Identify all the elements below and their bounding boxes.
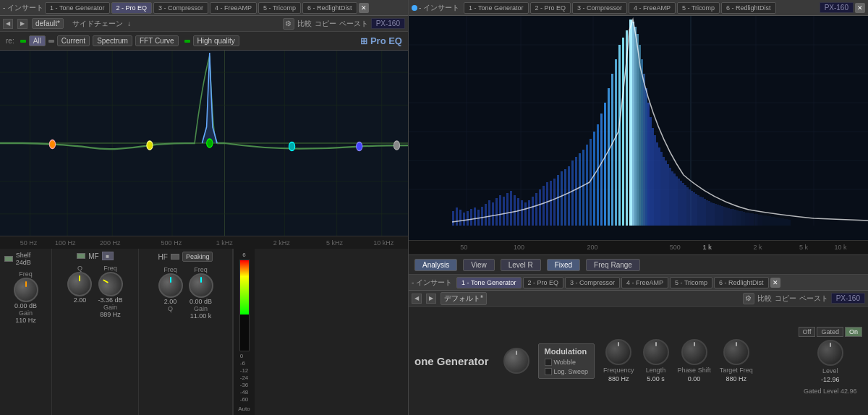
bottom-close-button[interactable]: ✕: [770, 278, 780, 288]
bottom-tab-pro-eq[interactable]: 2 - Pro EQ: [523, 277, 564, 288]
right-tab-compressor[interactable]: 3 - Compressor: [572, 2, 627, 14]
svg-rect-144: [765, 215, 767, 226]
gated-level-label: Gated Level 42.96: [804, 388, 857, 395]
bottom-tab-tone-gen[interactable]: 1 - Tone Generator: [456, 277, 521, 288]
svg-rect-88: [643, 74, 645, 226]
power-knob[interactable]: [503, 348, 529, 374]
bottom-toolbar: ◀ ▶ デフォルト* ⚙ 比較 コピー ペースト PX-160: [409, 291, 868, 307]
lf-type[interactable]: Shelf 24dB: [16, 252, 47, 266]
right-tab-tricomp[interactable]: 5 - Tricomp: [677, 2, 720, 14]
bottom-prev-button[interactable]: ◀: [412, 294, 422, 304]
svg-rect-136: [747, 213, 749, 226]
length-knob[interactable]: [643, 339, 669, 365]
fft-button[interactable]: FFT Curve: [135, 35, 179, 46]
modulation-controls: Wobble: [545, 359, 589, 366]
bottom-tab-redlight[interactable]: 6 - RedlightDist: [714, 277, 769, 288]
next-preset-button[interactable]: ▶: [17, 19, 27, 29]
level-r-button[interactable]: Level R: [501, 259, 541, 271]
px160-badge-left: PX-160: [371, 18, 405, 29]
bottom-next-button[interactable]: ▶: [426, 294, 436, 304]
fixed-button[interactable]: Fixed: [547, 259, 580, 271]
gated-button[interactable]: Gated: [817, 327, 843, 337]
analysis-button[interactable]: Analysis: [414, 259, 457, 271]
off-button[interactable]: Off: [799, 327, 816, 337]
bottom-copy-label[interactable]: コピー: [775, 294, 796, 304]
bottom-tab-freeamp[interactable]: 4 - FreeAMP: [621, 277, 668, 288]
bottom-compare-label[interactable]: 比較: [757, 294, 772, 304]
bottom-paste-label[interactable]: ペースト: [799, 294, 828, 304]
svg-point-14: [49, 140, 55, 148]
freq-range-button[interactable]: Freq Range: [586, 259, 640, 271]
wobble-check[interactable]: Wobble: [545, 359, 576, 366]
level-knob[interactable]: [817, 340, 843, 366]
right-tab-freeamp[interactable]: 4 - FreeAMP: [629, 2, 676, 14]
copy-label[interactable]: コピー: [315, 19, 336, 29]
prev-preset-button[interactable]: ◀: [3, 19, 13, 29]
tab-freeamp[interactable]: 4 - FreeAMP: [210, 2, 257, 14]
svg-rect-42: [485, 204, 487, 226]
svg-rect-78: [615, 59, 617, 226]
log-sweep-checkbox[interactable]: [545, 368, 552, 375]
hf-freq-knob[interactable]: [158, 273, 183, 298]
lf-freq-knob[interactable]: [14, 278, 38, 302]
meter-12: -12: [240, 367, 249, 374]
tab-redlight[interactable]: 6 - RedlightDist: [302, 2, 357, 14]
right-tab-redlight[interactable]: 6 - RedlightDist: [721, 2, 776, 14]
preset-select[interactable]: default*: [32, 18, 64, 29]
tab-tone-generator[interactable]: 1 - Tone Generator: [45, 2, 109, 14]
bottom-settings-button[interactable]: ⚙: [743, 293, 754, 304]
compare-label[interactable]: 比較: [297, 19, 312, 29]
hf-gain-freq-label: Freq: [194, 266, 208, 273]
spectrum-display[interactable]: [409, 16, 868, 240]
svg-rect-74: [600, 114, 603, 226]
settings-button[interactable]: ⚙: [283, 18, 294, 30]
svg-rect-114: [699, 197, 702, 226]
target-freq-knob[interactable]: [723, 339, 749, 365]
quality-button[interactable]: High quality: [193, 35, 239, 46]
view-button[interactable]: View: [463, 259, 495, 271]
mf-freq-hz: Gain: [103, 304, 117, 311]
tab-pro-eq[interactable]: 2 - Pro EQ: [111, 2, 153, 14]
spectrum-button[interactable]: Spectrum: [93, 35, 132, 46]
svg-rect-137: [749, 213, 752, 226]
svg-rect-132: [739, 211, 741, 226]
on-button[interactable]: On: [845, 327, 862, 337]
paste-label[interactable]: ペースト: [339, 19, 368, 29]
right-tab-pro-eq[interactable]: 2 - Pro EQ: [530, 2, 571, 14]
svg-rect-120: [712, 203, 715, 226]
hf-gain-knob[interactable]: [189, 273, 213, 298]
freq-main-knob[interactable]: [605, 339, 631, 365]
svg-rect-125: [723, 207, 726, 226]
right-tab-tone-gen[interactable]: 1 - Tone Generator: [464, 2, 528, 14]
mf-enable[interactable]: [77, 253, 85, 259]
lf-enable[interactable]: [4, 256, 13, 262]
hf-freq-value: 2.00: [164, 298, 177, 305]
tab-compressor[interactable]: 3 - Compressor: [153, 2, 208, 14]
tab-tricomp[interactable]: 5 - Tricomp: [258, 2, 301, 14]
mf-mode-button[interactable]: ■: [102, 252, 114, 260]
log-sweep-check[interactable]: Log. Sweep: [545, 368, 589, 375]
meter-fill: [240, 260, 249, 315]
left-close-button[interactable]: ✕: [359, 3, 369, 13]
current-button[interactable]: Current: [57, 35, 90, 46]
hf-enable[interactable]: [171, 254, 179, 260]
auto-label[interactable]: Auto: [238, 406, 250, 412]
hf-peaking-button[interactable]: Peaking: [182, 252, 213, 262]
all-button[interactable]: All: [29, 35, 46, 46]
pin-button[interactable]: ↓: [127, 20, 131, 27]
svg-rect-117: [706, 200, 708, 226]
svg-point-18: [357, 142, 362, 150]
mf-q-knob[interactable]: [67, 272, 92, 296]
phase-knob[interactable]: [681, 339, 707, 365]
right-close-button[interactable]: ✕: [855, 3, 865, 13]
bottom-preset-select[interactable]: デフォルト*: [441, 292, 487, 305]
svg-rect-70: [586, 145, 588, 226]
bottom-tab-compressor[interactable]: 3 - Compressor: [565, 277, 620, 288]
meter-48: -48: [240, 389, 249, 395]
eq-display[interactable]: [0, 51, 408, 236]
mf-label[interactable]: MF: [88, 252, 98, 260]
svg-rect-152: [782, 218, 784, 226]
bottom-tab-tricomp[interactable]: 5 - Tricomp: [670, 277, 712, 288]
svg-rect-95: [658, 147, 660, 226]
wobble-checkbox[interactable]: [545, 359, 552, 366]
